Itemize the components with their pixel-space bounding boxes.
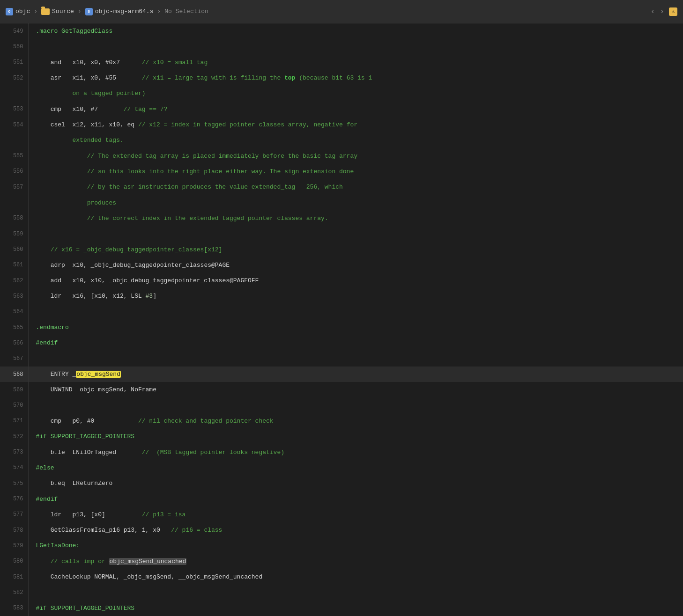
table-row: 565 .endmacro bbox=[0, 320, 683, 335]
code-line: #if SUPPORT_TAGGED_POINTERS bbox=[28, 429, 683, 444]
breadcrumb-file[interactable]: S objc-msg-arm64.s bbox=[85, 8, 154, 15]
table-row: 558 // the correct index in the extended… bbox=[0, 211, 683, 226]
table-row: 559 bbox=[0, 226, 683, 242]
table-row: 554 csel x12, x11, x10, eq // x12 = inde… bbox=[0, 117, 683, 132]
breadcrumb-selection[interactable]: No Selection bbox=[164, 8, 208, 15]
line-number: 578 bbox=[0, 522, 28, 538]
table-row: 566 #endif bbox=[0, 335, 683, 351]
line-number: 576 bbox=[0, 491, 28, 506]
table-row: 580 // calls imp or objc_msgSend_uncache… bbox=[0, 554, 683, 569]
table-row: 557 // by the asr instruction produces t… bbox=[0, 179, 683, 195]
table-row: 562 add x10, x10, _objc_debug_taggedpoin… bbox=[0, 273, 683, 288]
code-line bbox=[28, 39, 683, 54]
code-line: UNWIND _objc_msgSend, NoFrame bbox=[28, 382, 683, 397]
line-number: 549 bbox=[0, 23, 28, 39]
line-number: 573 bbox=[0, 444, 28, 460]
code-line: cmp p0, #0 // nil check and tagged point… bbox=[28, 413, 683, 429]
line-number: 582 bbox=[0, 585, 28, 600]
code-line bbox=[28, 226, 683, 242]
code-line: #if SUPPORT_TAGGED_POINTERS bbox=[28, 601, 683, 616]
code-line: #endif bbox=[28, 335, 683, 351]
breadcrumb-sep-2: › bbox=[78, 8, 82, 15]
line-number: 550 bbox=[0, 39, 28, 54]
table-row: 567 bbox=[0, 351, 683, 367]
line-number bbox=[0, 195, 28, 210]
topbar: O objc › Source › S objc-msg-arm64.s › N… bbox=[0, 0, 683, 23]
nav-forward-button[interactable]: › bbox=[660, 7, 664, 16]
breadcrumb-sep-3: › bbox=[157, 8, 161, 15]
code-line: b.eq LReturnZero bbox=[28, 476, 683, 491]
line-number: 556 bbox=[0, 164, 28, 179]
code-table: 549 .macro GetTaggedClass 550 551 and x1… bbox=[0, 23, 683, 616]
line-number: 568 bbox=[0, 367, 28, 382]
line-number: 554 bbox=[0, 117, 28, 132]
code-line: // x16 = _objc_debug_taggedpointer_class… bbox=[28, 242, 683, 257]
line-number: 575 bbox=[0, 476, 28, 491]
code-line: adrp x10, _objc_debug_taggedpointer_clas… bbox=[28, 257, 683, 273]
line-number: 583 bbox=[0, 601, 28, 616]
folder-icon bbox=[41, 8, 50, 15]
table-row: 569 UNWIND _objc_msgSend, NoFrame bbox=[0, 382, 683, 397]
code-line: GetClassFromIsa_p16 p13, 1, x0 // p16 = … bbox=[28, 522, 683, 538]
table-row: 564 bbox=[0, 304, 683, 320]
table-row: 551 and x10, x0, #0x7 // x10 = small tag bbox=[0, 55, 683, 70]
line-number: 561 bbox=[0, 257, 28, 273]
warning-icon[interactable]: ⚠ bbox=[669, 7, 677, 16]
table-row: 568 ENTRY _objc_msgSend bbox=[0, 367, 683, 382]
code-line: extended tags. bbox=[28, 132, 683, 148]
objc-icon: O bbox=[6, 8, 13, 15]
table-row: 583 #if SUPPORT_TAGGED_POINTERS bbox=[0, 601, 683, 616]
code-line: // so this looks into the right place ei… bbox=[28, 164, 683, 179]
code-line: cmp x10, #7 // tag == 7? bbox=[28, 102, 683, 117]
table-row: 550 bbox=[0, 39, 683, 54]
line-number: 558 bbox=[0, 211, 28, 226]
line-number: 581 bbox=[0, 569, 28, 585]
table-row: 581 CacheLookup NORMAL, _objc_msgSend, _… bbox=[0, 569, 683, 585]
table-row: 573 b.le LNilOrTagged // (MSB tagged poi… bbox=[0, 444, 683, 460]
line-number: 553 bbox=[0, 102, 28, 117]
code-line: add x10, x10, _objc_debug_taggedpointer_… bbox=[28, 273, 683, 288]
table-row: 576 #endif bbox=[0, 491, 683, 506]
table-row: 556 // so this looks into the right plac… bbox=[0, 164, 683, 179]
table-row: 561 adrp x10, _objc_debug_taggedpointer_… bbox=[0, 257, 683, 273]
code-line: #endif bbox=[28, 491, 683, 506]
code-line: CacheLookup NORMAL, _objc_msgSend, __obj… bbox=[28, 569, 683, 585]
code-line: produces bbox=[28, 195, 683, 210]
table-row: 574 #else bbox=[0, 460, 683, 476]
line-number: 570 bbox=[0, 398, 28, 413]
line-number: 567 bbox=[0, 351, 28, 367]
code-area: 549 .macro GetTaggedClass 550 551 and x1… bbox=[0, 23, 683, 616]
line-number: 569 bbox=[0, 382, 28, 397]
code-line: // The extended tag array is placed imme… bbox=[28, 148, 683, 164]
breadcrumb-sep-1: › bbox=[34, 8, 37, 15]
table-row: 570 bbox=[0, 398, 683, 413]
code-line: // by the asr instruction produces the v… bbox=[28, 179, 683, 195]
breadcrumb-objc[interactable]: O objc bbox=[6, 8, 30, 15]
code-line bbox=[28, 351, 683, 367]
code-line: .endmacro bbox=[28, 320, 683, 335]
code-line: csel x12, x11, x10, eq // x12 = index in… bbox=[28, 117, 683, 132]
table-row: 575 b.eq LReturnZero bbox=[0, 476, 683, 491]
line-number: 571 bbox=[0, 413, 28, 429]
table-row: 553 cmp x10, #7 // tag == 7? bbox=[0, 102, 683, 117]
line-number: 563 bbox=[0, 288, 28, 304]
line-number: 551 bbox=[0, 55, 28, 70]
line-number: 572 bbox=[0, 429, 28, 444]
table-row: 571 cmp p0, #0 // nil check and tagged p… bbox=[0, 413, 683, 429]
line-number: 557 bbox=[0, 179, 28, 195]
table-row: 577 ldr p13, [x0] // p13 = isa bbox=[0, 507, 683, 522]
line-number: 564 bbox=[0, 304, 28, 320]
line-number: 566 bbox=[0, 335, 28, 351]
code-line: ENTRY _objc_msgSend bbox=[28, 367, 683, 382]
table-row: 578 GetClassFromIsa_p16 p13, 1, x0 // p1… bbox=[0, 522, 683, 538]
breadcrumb-source[interactable]: Source bbox=[41, 8, 74, 15]
line-number: 559 bbox=[0, 226, 28, 242]
line-number: 562 bbox=[0, 273, 28, 288]
table-row: on a tagged pointer) bbox=[0, 86, 683, 101]
code-line bbox=[28, 585, 683, 600]
code-line: // the correct index in the extended tag… bbox=[28, 211, 683, 226]
line-number: 579 bbox=[0, 538, 28, 553]
line-number bbox=[0, 132, 28, 148]
nav-back-button[interactable]: ‹ bbox=[651, 7, 655, 16]
line-number: 577 bbox=[0, 507, 28, 522]
